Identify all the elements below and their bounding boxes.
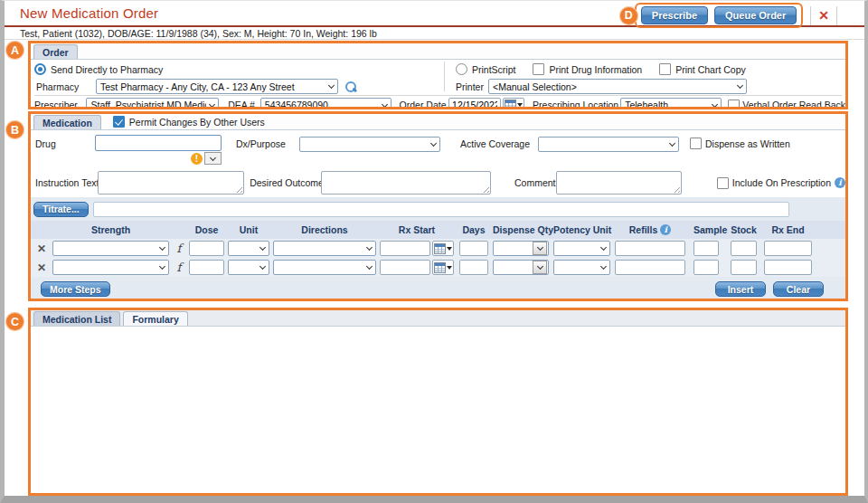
calendar-glyph bbox=[505, 100, 516, 109]
radio-selected-icon bbox=[34, 63, 46, 75]
search-icon[interactable] bbox=[344, 81, 357, 93]
action-buttons-highlight: Prescribe Queue Order bbox=[635, 3, 803, 28]
annotation-badge-a: A bbox=[5, 41, 24, 60]
directions-select[interactable] bbox=[273, 260, 376, 275]
checkbox-icon bbox=[690, 138, 702, 149]
annotation-badge-d: D bbox=[619, 6, 638, 25]
more-steps-button[interactable]: More Steps bbox=[41, 281, 110, 297]
col-stock: Stock bbox=[731, 224, 757, 235]
rx-start-input[interactable] bbox=[380, 260, 430, 275]
refills-input[interactable] bbox=[615, 260, 685, 275]
refills-input[interactable] bbox=[615, 241, 685, 256]
chevron-down-icon bbox=[536, 244, 542, 251]
dx-purpose-select[interactable] bbox=[299, 137, 440, 152]
printer-select[interactable]: <Manual Selection> bbox=[488, 79, 747, 94]
medication-step-row-2: ✕ f bbox=[31, 258, 845, 277]
rx-end-input[interactable] bbox=[764, 260, 812, 275]
divider bbox=[34, 95, 842, 96]
dose-input[interactable] bbox=[189, 260, 224, 275]
dispense-qty-select[interactable] bbox=[493, 241, 549, 256]
drug-dropdown-button[interactable] bbox=[204, 152, 222, 165]
comment-label: Comment bbox=[514, 177, 556, 188]
clear-button[interactable]: Clear bbox=[773, 281, 824, 297]
annotation-badge-c: C bbox=[5, 312, 24, 331]
chevron-down-icon bbox=[712, 100, 718, 107]
pharmacy-label: Pharmacy bbox=[36, 81, 96, 92]
strength-select[interactable] bbox=[52, 260, 169, 275]
prescribing-location-label: Prescribing Location bbox=[533, 100, 620, 109]
order-tabstrip: Order bbox=[31, 43, 845, 60]
col-unit: Unit bbox=[228, 224, 269, 235]
active-coverage-label: Active Coverage bbox=[460, 138, 538, 149]
pharmacy-select[interactable]: Test Pharmacy - Any City, CA - 123 Any S… bbox=[96, 79, 338, 94]
stock-input[interactable] bbox=[731, 260, 757, 275]
active-coverage-select[interactable] bbox=[538, 137, 679, 152]
dropdown-button bbox=[533, 242, 547, 255]
medication-tabstrip: Medication Permit Changes By Other Users bbox=[31, 114, 845, 130]
order-date-input[interactable] bbox=[448, 98, 501, 110]
potency-unit-select[interactable] bbox=[553, 241, 610, 256]
tab-formulary[interactable]: Formulary bbox=[123, 311, 187, 326]
unit-select[interactable] bbox=[228, 260, 269, 275]
chevron-down-icon bbox=[159, 263, 165, 270]
delete-row-icon[interactable]: ✕ bbox=[33, 262, 51, 273]
tab-order[interactable]: Order bbox=[33, 44, 78, 59]
permit-changes-checkbox[interactable]: Permit Changes By Other Users bbox=[113, 116, 265, 128]
sample-input[interactable] bbox=[693, 241, 719, 256]
warning-icon: ! bbox=[191, 153, 203, 165]
desired-outcome-textarea[interactable] bbox=[321, 171, 491, 195]
printer-label: Printer bbox=[456, 81, 488, 92]
printscript-radio[interactable]: PrintScript bbox=[456, 62, 515, 77]
days-input[interactable] bbox=[459, 260, 488, 275]
tab-medication-list[interactable]: Medication List bbox=[33, 311, 120, 326]
dispense-qty-select[interactable] bbox=[493, 260, 549, 275]
instruction-text-textarea[interactable] bbox=[98, 171, 244, 195]
chevron-down-icon bbox=[600, 263, 607, 270]
calendar-icon[interactable] bbox=[432, 260, 454, 275]
sample-input[interactable] bbox=[693, 260, 719, 275]
col-rx-end: Rx End bbox=[764, 224, 812, 235]
unit-select[interactable] bbox=[228, 241, 269, 256]
queue-order-button[interactable]: Queue Order bbox=[714, 6, 797, 24]
dose-input[interactable] bbox=[189, 241, 224, 256]
verbal-order-read-back-checkbox[interactable]: Verbal Order Read Back bbox=[728, 100, 845, 110]
delete-row-icon[interactable]: ✕ bbox=[33, 243, 51, 254]
rx-end-input[interactable] bbox=[764, 241, 812, 256]
prescribe-button[interactable]: Prescribe bbox=[641, 6, 708, 24]
potency-unit-select[interactable] bbox=[553, 260, 610, 275]
calendar-icon[interactable] bbox=[503, 98, 524, 110]
info-icon: i bbox=[835, 177, 845, 188]
send-directly-to-pharmacy-radio[interactable]: Send Directly to Pharmacy bbox=[34, 62, 444, 77]
annotation-badge-b: B bbox=[5, 120, 24, 139]
close-icon[interactable]: ✕ bbox=[818, 9, 829, 22]
divider bbox=[810, 6, 811, 25]
include-on-prescription-checkbox[interactable]: Include On Prescription i bbox=[717, 177, 845, 189]
prescribing-location-select[interactable]: Telehealth bbox=[620, 98, 722, 110]
col-strength: Strength bbox=[52, 224, 169, 235]
dispense-as-written-checkbox[interactable]: Dispense as Written bbox=[690, 138, 790, 149]
tab-medication[interactable]: Medication bbox=[33, 115, 101, 129]
prescriber-select[interactable]: Staff, Psychiatrist MD Medical Dc bbox=[86, 98, 219, 110]
directions-select[interactable] bbox=[273, 241, 376, 256]
strength-select[interactable] bbox=[52, 241, 169, 256]
comment-textarea[interactable] bbox=[556, 171, 681, 195]
calendar-icon[interactable] bbox=[432, 241, 454, 256]
print-drug-information-checkbox[interactable]: Print Drug Information bbox=[533, 62, 642, 77]
col-directions: Directions bbox=[273, 224, 376, 235]
drug-input[interactable] bbox=[95, 135, 222, 151]
info-icon: i bbox=[660, 224, 671, 235]
desired-outcome-label: Desired Outcome bbox=[250, 177, 321, 188]
chevron-down-icon bbox=[259, 263, 266, 270]
stock-input[interactable] bbox=[731, 241, 757, 256]
titration-schedule-field[interactable] bbox=[93, 202, 789, 217]
chevron-down-icon bbox=[382, 100, 388, 107]
titrate-button[interactable]: Titrate... bbox=[33, 202, 89, 217]
rx-start-input[interactable] bbox=[380, 241, 430, 256]
print-chart-copy-checkbox[interactable]: Print Chart Copy bbox=[659, 62, 746, 77]
col-rx-start: Rx Start bbox=[380, 224, 454, 235]
dropdown-arrow-icon bbox=[447, 247, 452, 251]
insert-button[interactable]: Insert bbox=[715, 281, 766, 297]
dropdown-arrow-icon bbox=[447, 266, 452, 270]
dea-number-select[interactable]: 543456789090 bbox=[260, 98, 392, 110]
days-input[interactable] bbox=[459, 241, 488, 256]
